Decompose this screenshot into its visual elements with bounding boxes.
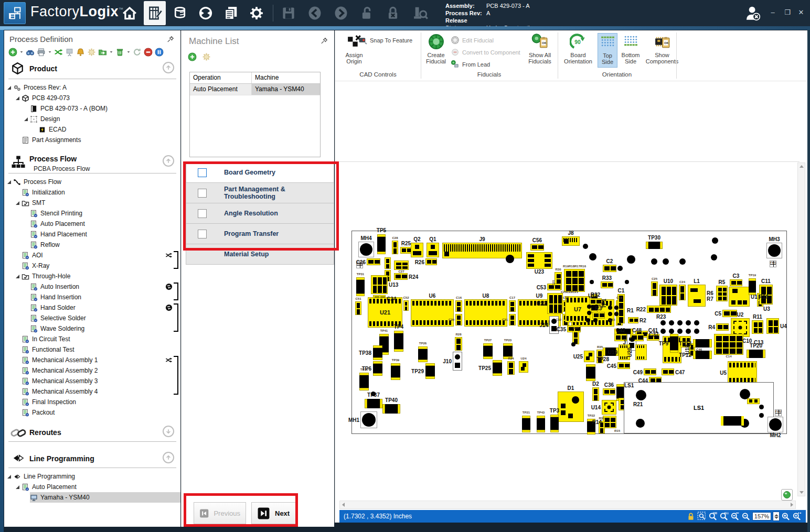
tree-item-packout[interactable]: Packout (4, 407, 180, 418)
tree-item-ecad[interactable]: ECAD (4, 124, 180, 135)
tree-item-mechanical-assembly-1[interactable]: Mechanical Assembly 1 (4, 355, 180, 365)
pcb-part-r22[interactable]: R22 (647, 306, 671, 313)
pcb-part-fm1[interactable]: FM1 (770, 260, 776, 267)
pcb-part-u6[interactable]: U6 (411, 299, 454, 327)
dropdown-caret-icon[interactable] (109, 50, 113, 54)
tree-item-x-ray[interactable]: X-Ray (4, 260, 180, 271)
zoom-100-icon[interactable]: 100 (708, 512, 718, 521)
home-icon[interactable] (122, 5, 137, 21)
pcb-part-c17[interactable]: C17 (509, 300, 516, 312)
product-section-header[interactable]: Product (4, 61, 180, 79)
pcb-part-d1[interactable]: D1 (558, 392, 584, 422)
tree-item-reflow[interactable]: Reflow (4, 240, 180, 250)
dropdown-caret-icon[interactable] (48, 50, 52, 54)
tree-item-hand-solder[interactable]: Hand Solder (4, 302, 180, 313)
pcb-part-c52[interactable]: C52 (403, 300, 409, 311)
dropdown-caret-icon[interactable] (19, 50, 24, 54)
step-angle-resolution[interactable]: Angle Resolution (186, 203, 334, 224)
pcb-part-r25[interactable]: R25 (400, 247, 412, 254)
from-lead-button[interactable]: From Lead (451, 59, 490, 70)
pcb-part-u1-r10[interactable]: U1 R10 (729, 287, 750, 307)
horizontal-scrollbar[interactable] (339, 501, 796, 509)
pcb-part-c36[interactable]: C36 (603, 388, 615, 395)
pcb-part-mh3[interactable]: MH3 (766, 243, 782, 258)
zoom-out-more-icon[interactable] (730, 512, 740, 521)
pcb-part-tp25[interactable]: TP25 (493, 360, 502, 376)
line-programming-section-header[interactable]: Line Programming (4, 451, 180, 469)
tree-item-mechanical-assembly-2[interactable]: Mechanical Assembly 2 (4, 365, 180, 376)
pcb-part-c49[interactable]: C49 (644, 368, 656, 375)
machine-settings-icon[interactable] (202, 52, 211, 61)
column-operation[interactable]: Operation (190, 72, 252, 83)
pcb-part-mh4[interactable]: MH4 (358, 242, 374, 257)
pcb-part-l1[interactable]: L1 (688, 285, 706, 307)
column-machine[interactable]: Machine (252, 72, 320, 83)
zoom-out-icon[interactable] (741, 512, 751, 521)
pcb-part-tp6[interactable]: TP6 (373, 361, 382, 376)
tree-item-mechanical-assembly-3[interactable]: Mechanical Assembly 3 (4, 376, 180, 386)
snap-to-feature-button[interactable]: Snap To Feature (358, 35, 412, 46)
forward-icon[interactable] (333, 5, 349, 21)
pcb-part-u5[interactable]: U5 (728, 361, 757, 384)
board-orientation-button[interactable]: 90 Board Orientation (561, 33, 595, 64)
pcb-part-q2[interactable]: Q2 (411, 243, 423, 257)
pcb-part-c56[interactable]: C56 (530, 244, 544, 251)
collapse-up-icon[interactable] (163, 452, 174, 463)
user-icon[interactable] (744, 4, 762, 22)
pcb-part-j8[interactable]: J8 (562, 236, 580, 246)
pcb-part-r24[interactable]: R24 (394, 273, 408, 280)
docs-icon[interactable] (223, 5, 239, 21)
pcb-part-tp21[interactable]: TP21 (522, 416, 530, 432)
pcb-part-tp12[interactable]: TP12 (693, 351, 712, 359)
pcb-part-tp26[interactable]: TP26 (418, 346, 428, 362)
pcb-part-tp31[interactable]: TP31 (356, 277, 365, 296)
tree-item-final-inspection[interactable]: Final Inspection (4, 397, 180, 407)
pin-icon[interactable] (167, 36, 174, 43)
tree-item-process-flow[interactable]: Process Flow (4, 177, 180, 187)
editor-icon[interactable] (147, 5, 163, 21)
tree-item-hand-placement[interactable]: Hand Placement (4, 229, 180, 240)
bottom-side-button[interactable]: Bottom Side (619, 33, 643, 64)
tree-item-mechanical-assembly-4[interactable]: Mechanical Assembly 4 (4, 386, 180, 397)
pcb-part-c45[interactable]: C45 (617, 362, 630, 369)
step-checkbox[interactable] (198, 168, 207, 177)
zoom-in-more-icon[interactable] (792, 512, 802, 521)
pcb-part-c16[interactable]: C16 (455, 300, 462, 312)
pcb-part-r5[interactable]: R5 (716, 286, 728, 301)
zoom-window-icon[interactable] (697, 512, 707, 521)
machine-table-row[interactable]: Auto Placement Yamaha - YSM40 (190, 84, 320, 95)
pcb-part-j10[interactable]: J10 (453, 352, 462, 371)
foldergo-icon[interactable] (98, 48, 107, 57)
back-icon[interactable] (307, 5, 323, 21)
printer-icon[interactable] (37, 48, 46, 57)
pcb-part-c14[interactable]: C14 (714, 334, 743, 355)
refresh-view-button[interactable] (781, 489, 793, 501)
pcb-part-tp38[interactable]: TP38 (373, 345, 382, 360)
collapse-up-icon[interactable] (163, 62, 174, 73)
pcb-part-u8[interactable]: U8 (464, 299, 507, 327)
pcb-part-u23[interactable]: U23 (526, 252, 552, 269)
step-program-transfer[interactable]: Program Transfer (186, 223, 334, 244)
pcb-part-tp27[interactable]: TP27 (483, 343, 493, 359)
pcb-part-tp40[interactable]: TP40 (382, 404, 400, 414)
pcb-part-q1[interactable]: Q1 (427, 243, 439, 257)
pcb-part-d2[interactable]: D2 (592, 387, 599, 401)
floppy-icon[interactable] (281, 5, 296, 21)
next-button[interactable]: Next (251, 502, 296, 524)
minimize-button[interactable]: – (768, 8, 777, 16)
create-fiducial-button[interactable]: Create Fiducial (423, 33, 449, 64)
tree-item-selective-solder[interactable]: Selective Solder (4, 313, 180, 323)
pcb-part-c25[interactable]: C25 (651, 281, 658, 296)
operation-cell[interactable]: Auto Placement (190, 84, 252, 95)
pcb-part-c51[interactable]: C51 (355, 301, 361, 315)
sync-icon[interactable] (198, 5, 214, 21)
pcb-part-r19r18r17r16[interactable]: R19R18R17R16 (564, 269, 585, 292)
maximize-button[interactable]: ❒ (783, 8, 792, 16)
zoom-all-icon[interactable]: ALL (719, 512, 729, 521)
pcb-part-r28[interactable]: R28 (455, 337, 462, 351)
step-checkbox[interactable] (198, 209, 207, 218)
tree-item-in-circuit-test[interactable]: In Circuit Test (4, 334, 180, 344)
gear-icon[interactable] (249, 5, 264, 21)
tree-item-initialization[interactable]: Initialization (4, 187, 180, 198)
zoom-spinner[interactable] (773, 512, 780, 521)
